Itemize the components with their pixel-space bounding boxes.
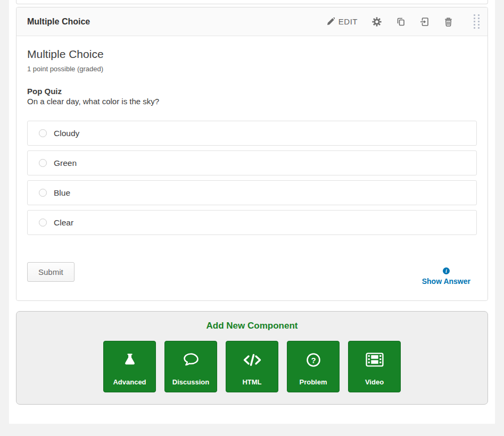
choice-label: Clear: [54, 218, 73, 228]
radio-button-icon[interactable]: [39, 159, 47, 167]
component-button-label: Video: [365, 378, 384, 386]
show-answer-button[interactable]: i Show Answer: [422, 267, 470, 286]
choice-option[interactable]: Green: [27, 150, 477, 175]
component-actions: EDIT: [326, 7, 488, 36]
speech-bubble-icon: [165, 341, 217, 378]
info-circle-icon: i: [443, 267, 450, 274]
trash-icon: [444, 17, 453, 27]
component-header: Multiple Choice EDIT: [16, 7, 488, 36]
multiple-choice-component-card: Multiple Choice EDIT: [16, 7, 488, 301]
problem-body: Multiple Choice 1 point possible (graded…: [16, 36, 488, 300]
pencil-icon: [326, 18, 335, 26]
film-icon: [349, 341, 400, 378]
component-button-label: HTML: [242, 378, 261, 386]
add-advanced-button[interactable]: Advanced: [103, 341, 156, 392]
previous-card-bottom-edge: [16, 0, 488, 4]
submit-button[interactable]: Submit: [27, 262, 75, 282]
delete-button[interactable]: [444, 17, 453, 27]
flask-icon: [104, 341, 155, 378]
gear-icon: [372, 17, 382, 27]
component-type-buttons: Advanced Discussion: [16, 341, 488, 392]
question-circle-icon: ?: [287, 341, 339, 378]
question-title: Pop Quiz: [27, 87, 477, 96]
choice-option[interactable]: Clear: [27, 210, 477, 235]
choice-option[interactable]: Blue: [27, 180, 477, 205]
component-button-label: Advanced: [113, 378, 146, 386]
component-button-label: Problem: [299, 378, 327, 386]
component-title: Multiple Choice: [27, 17, 90, 27]
radio-button-icon[interactable]: [39, 129, 47, 137]
duplicate-icon: [396, 17, 406, 27]
choice-label: Cloudy: [54, 129, 79, 138]
add-new-component-title: Add New Component: [16, 321, 488, 331]
code-icon: [226, 341, 278, 378]
question-text: On a clear day, what color is the sky?: [27, 97, 477, 106]
problem-action-row: Submit i Show Answer: [27, 262, 477, 286]
settings-button[interactable]: [372, 17, 382, 27]
move-button[interactable]: [420, 17, 429, 27]
points-possible-text: 1 point possible (graded): [27, 65, 477, 73]
component-button-label: Discussion: [172, 378, 209, 386]
add-discussion-button[interactable]: Discussion: [164, 341, 217, 392]
add-html-button[interactable]: HTML: [226, 341, 278, 392]
choices-group: Cloudy Green Blue Clear: [27, 121, 477, 235]
svg-text:?: ?: [311, 355, 316, 364]
show-answer-label: Show Answer: [422, 277, 470, 286]
move-icon: [420, 17, 429, 27]
edit-button-label: EDIT: [338, 17, 358, 26]
add-problem-button[interactable]: ? Problem: [287, 341, 340, 392]
edit-button[interactable]: EDIT: [326, 17, 358, 26]
choice-label: Blue: [54, 188, 70, 198]
content-wrapper: Multiple Choice EDIT: [9, 0, 495, 424]
choice-label: Green: [54, 158, 77, 168]
drag-handle-icon[interactable]: [467, 10, 488, 33]
problem-title: Multiple Choice: [27, 48, 477, 61]
add-new-component-panel: Add New Component Advanced Discussion: [16, 311, 488, 405]
choice-option[interactable]: Cloudy: [27, 121, 477, 146]
radio-button-icon[interactable]: [39, 219, 47, 227]
duplicate-button[interactable]: [396, 17, 406, 27]
add-video-button[interactable]: Video: [348, 341, 401, 392]
radio-button-icon[interactable]: [39, 189, 47, 197]
